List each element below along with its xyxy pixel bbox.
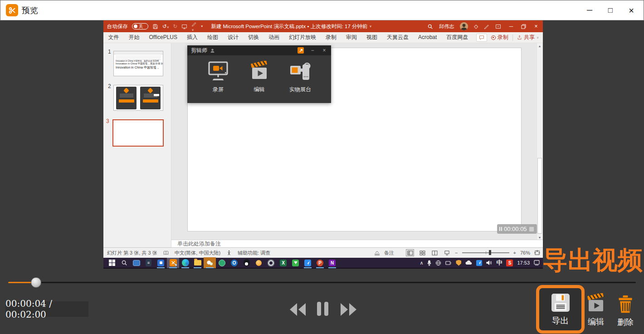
pen-style-icon[interactable]: ∨ [191,21,197,32]
tab-cloud[interactable]: 天翼云盘 [382,32,413,43]
zoom-slider-thumb[interactable] [489,250,491,255]
fast-forward-button[interactable] [341,303,356,316]
taskbar-edge-icon[interactable] [179,257,191,268]
slideshow-view-icon[interactable] [443,249,451,256]
taskbar-pc-app-icon[interactable] [130,257,142,268]
search-icon[interactable] [427,24,433,29]
autosave-toggle[interactable]: 关 [132,23,148,29]
tab-record[interactable]: 录制 [321,32,341,43]
document-camera-button[interactable]: 实物展台 [282,61,318,93]
ppt-restore-icon[interactable] [521,24,526,29]
slide-thumbnail-2[interactable] [113,85,163,111]
window-close-button[interactable]: × [621,0,642,20]
delete-video-button[interactable]: 删除 [614,295,637,328]
taskbar-settings-gear-icon[interactable] [265,257,277,268]
edit-video-button[interactable]: 编辑 [584,293,608,327]
tab-animations[interactable]: 动画 [263,32,284,43]
accessibility-status[interactable]: 辅助功能: 调查 [238,250,270,256]
user-name[interactable]: 邱伟志 [439,23,454,30]
clock[interactable]: 17:53 [517,260,530,265]
save-icon[interactable] [152,24,158,29]
zoom-slider[interactable] [462,252,509,253]
notes-input-area[interactable]: 单击此处添加备注 [171,240,543,247]
taskbar-photos-icon[interactable] [155,257,167,268]
export-button-highlighted[interactable]: 导出 [536,285,585,334]
taskbar-file-explorer-icon[interactable] [191,257,204,268]
normal-view-icon[interactable] [406,249,414,256]
redo-icon[interactable]: ↻ [173,23,178,29]
tab-file[interactable]: 文件 [103,32,124,43]
ime-indicator[interactable]: 中 [496,259,502,267]
language-indicator[interactable]: 中文(简体, 中国大陆) [175,250,220,256]
slide-sorter-icon[interactable] [418,249,426,256]
microphone-icon[interactable] [427,260,431,266]
sogou-input-icon[interactable]: S [506,260,513,266]
fit-to-window-icon[interactable] [534,250,540,255]
notes-lines-icon[interactable] [374,250,380,255]
edit-tool-button[interactable]: 编辑 [241,61,278,93]
window-maximize-button[interactable]: □ [600,0,621,20]
slide-thumbnail-3-selected[interactable] [112,119,164,147]
projector-display-icon[interactable] [445,260,452,265]
cloud-sync-icon[interactable] [465,260,472,265]
taskbar-calculator-icon[interactable]: ≡ [142,257,155,268]
notification-center-icon[interactable] [534,260,540,265]
ppt-minimize-icon[interactable]: ─ [507,23,515,29]
start-button[interactable] [106,257,118,268]
tab-insert[interactable]: 插入 [182,32,202,43]
dialog-app-icon[interactable] [298,47,304,54]
user-avatar[interactable] [460,22,468,30]
tab-home[interactable]: 开始 [124,32,144,43]
notes-toggle-button[interactable]: 备注 [384,250,394,256]
reading-view-icon[interactable] [430,249,439,256]
comments-icon[interactable] [476,34,487,42]
tab-design[interactable]: 设计 [223,32,243,43]
taskbar-wechat-active-icon[interactable] [204,257,216,268]
undo-icon[interactable]: ↺∨ [162,23,169,29]
bluetooth-pointer-icon[interactable] [476,260,482,266]
ribbon-display-options-icon[interactable] [495,24,501,29]
security-shield-icon[interactable] [456,260,461,266]
network-globe-icon[interactable] [435,260,441,266]
tray-expand-chevron[interactable]: ∧ [420,260,423,266]
taskbar-search-icon[interactable] [118,257,130,268]
taskbar-medal-icon[interactable] [253,257,265,268]
membership-diamond-icon[interactable]: ◇ [474,23,478,29]
zoom-out-icon[interactable]: − [455,250,458,255]
tab-slideshow[interactable]: 幻灯片放映 [284,32,321,43]
qat-overflow-icon[interactable]: ▾ [201,25,203,28]
taskbar-browser-globe-icon[interactable] [216,257,228,268]
pause-button[interactable] [317,302,328,316]
stop-record-icon[interactable] [529,227,534,231]
tab-baidu-pan[interactable]: 百度网盘 [442,32,473,43]
ink-pen-icon[interactable] [484,24,489,29]
record-button[interactable]: 录制 [491,34,508,41]
tab-transitions[interactable]: 切换 [243,32,263,43]
taskbar-qq-icon[interactable] [240,257,253,268]
progress-slider-knob[interactable] [31,277,41,288]
window-minimize-button[interactable]: ─ [579,0,600,20]
dialog-close-icon[interactable]: × [321,47,327,54]
speaker-icon[interactable] [486,260,492,265]
spellcheck-book-icon[interactable] [163,250,169,255]
scroll-up-icon[interactable]: ▲ [537,43,542,49]
ppt-close-icon[interactable]: × [532,23,540,29]
tab-draw[interactable]: 绘图 [202,32,223,43]
taskbar-excel-icon[interactable]: X [277,257,289,268]
start-slideshow-icon[interactable] [181,24,187,29]
taskbar-powerpoint-icon[interactable]: P [314,257,326,268]
slide-thumbnail-1[interactable]: Innovation in China 中国智造，慧及全球 0/2345 Inn… [113,51,163,76]
zoom-percentage[interactable]: 76% [520,250,530,255]
slide-scrollbar[interactable]: ▲ ▼ ▲▲ ▼▼ [537,43,542,247]
taskbar-clip-editor-icon[interactable] [167,257,179,268]
dialog-minimize-icon[interactable]: − [309,47,316,54]
taskbar-onenote-icon[interactable]: N [326,257,338,268]
zoom-in-icon[interactable]: + [513,250,516,255]
playback-progress-track[interactable] [8,282,636,283]
scrollbar-thumb[interactable] [537,158,542,234]
taskbar-outlook-icon[interactable]: O [228,257,240,268]
tab-review[interactable]: 审阅 [341,32,361,43]
tab-view[interactable]: 视图 [361,32,382,43]
pause-bars-icon[interactable] [499,227,502,231]
share-button[interactable]: 共享∨ [517,34,539,41]
